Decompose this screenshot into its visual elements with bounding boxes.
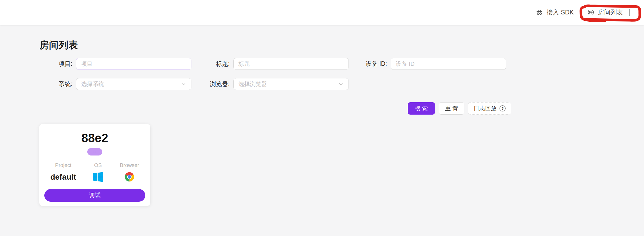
os-label: 系统: (39, 80, 76, 88)
top-navbar: 接入 SDK 房间列表 (0, 0, 644, 25)
question-circle-icon: ? (500, 105, 506, 111)
reset-button[interactable]: 重 置 (439, 102, 464, 115)
filter-form: 项目: 标题: 设备 ID: 系统: 选择系统 (39, 58, 644, 115)
form-item-spacer (354, 78, 511, 90)
incognito-icon (535, 8, 543, 16)
os-select[interactable]: 选择系统 (76, 78, 191, 90)
nav-item-room-list-label: 房间列表 (598, 8, 623, 17)
os-select-placeholder: 选择系统 (81, 80, 104, 88)
chrome-icon (125, 172, 134, 182)
title-input[interactable] (233, 58, 349, 70)
nav-item-room-list[interactable]: 房间列表 (587, 8, 623, 17)
log-replay-label: 日志回放 (474, 105, 497, 112)
nav-item-sdk[interactable]: 接入 SDK (535, 8, 574, 17)
room-col-os: OS (94, 162, 102, 168)
title-label: 标题: (197, 60, 233, 68)
windows-icon (93, 172, 103, 182)
device-id-input[interactable] (391, 58, 506, 70)
nav-divider (580, 9, 581, 16)
room-card-list: 88e2 -- Project OS Browser default (39, 124, 644, 206)
room-col-browser: Browser (120, 162, 139, 168)
form-item-browser: 浏览器: 选择浏览器 (197, 78, 354, 90)
filter-actions: 搜 索 重 置 日志回放 ? (39, 102, 511, 115)
browser-select[interactable]: 选择浏览器 (233, 78, 349, 90)
form-item-project: 项目: (39, 58, 197, 70)
page-title: 房间列表 (39, 39, 644, 52)
form-item-os: 系统: 选择系统 (39, 78, 197, 90)
project-label: 项目: (39, 60, 76, 68)
log-replay-button[interactable]: 日志回放 ? (468, 102, 511, 115)
chevron-down-icon (181, 81, 186, 87)
form-item-title: 标题: (197, 58, 354, 70)
room-status-badge: -- (87, 148, 102, 155)
room-list-page: 房间列表 项目: 标题: 设备 ID: 系统: 选择系统 (0, 39, 644, 206)
nav-item-sdk-label: 接入 SDK (546, 8, 574, 17)
nav-divider (629, 9, 630, 16)
navbar-menu: 接入 SDK 房间列表 (535, 8, 636, 17)
broadcast-icon (587, 8, 595, 16)
form-item-device-id: 设备 ID: (354, 58, 511, 70)
project-input[interactable] (76, 58, 191, 70)
browser-label: 浏览器: (197, 80, 233, 88)
chevron-down-icon (338, 81, 344, 87)
debug-button[interactable]: 调试 (44, 189, 145, 202)
room-name: 88e2 (44, 131, 145, 145)
device-id-label: 设备 ID: (354, 60, 391, 68)
room-column-headers: Project OS Browser (44, 162, 145, 168)
filter-row-1: 项目: 标题: 设备 ID: (39, 58, 644, 70)
room-project-value: default (50, 173, 76, 181)
browser-select-placeholder: 选择浏览器 (238, 80, 267, 88)
search-button[interactable]: 搜 索 (408, 102, 435, 115)
room-card: 88e2 -- Project OS Browser default (39, 124, 150, 206)
filter-row-2: 系统: 选择系统 浏览器: 选择浏览器 (39, 78, 644, 90)
room-col-project: Project (55, 162, 71, 168)
room-values: default (44, 171, 145, 183)
